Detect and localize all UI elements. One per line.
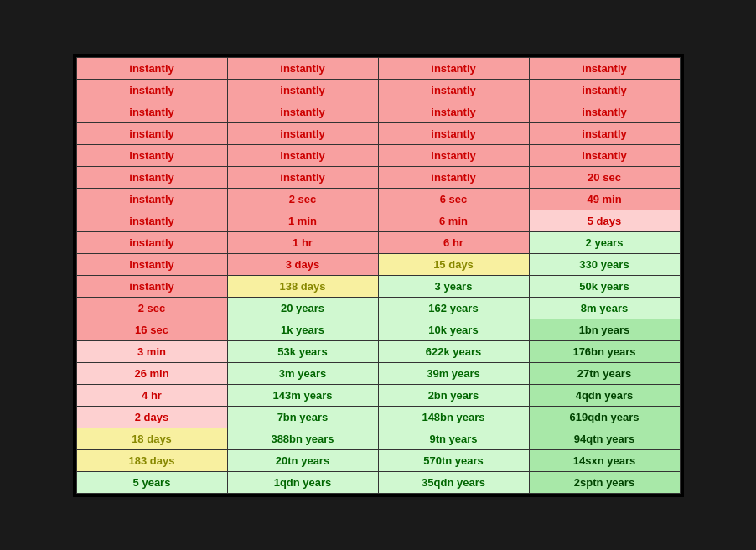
- table-cell: 3 min: [76, 340, 227, 362]
- table-cell: instantly: [227, 79, 378, 101]
- table-cell: instantly: [76, 166, 227, 188]
- table-cell: 39m years: [378, 362, 529, 384]
- table-cell: instantly: [378, 101, 529, 122]
- table-cell: 9tn years: [378, 428, 529, 449]
- table-cell: instantly: [76, 101, 227, 122]
- table-cell: instantly: [76, 144, 227, 166]
- table-cell: 5 years: [76, 471, 227, 493]
- table-cell: 148bn years: [378, 406, 529, 428]
- table-row: 4 hr143m years2bn years4qdn years: [76, 384, 680, 406]
- table-row: 3 min53k years622k years176bn years: [76, 340, 680, 362]
- table-cell: 570tn years: [378, 449, 529, 471]
- table-cell: 2 sec: [227, 188, 378, 210]
- table-row: instantlyinstantlyinstantlyinstantly: [76, 144, 680, 166]
- table-cell: instantly: [378, 79, 529, 101]
- table-cell: instantly: [76, 253, 227, 275]
- table-cell: 10k years: [378, 319, 529, 340]
- table-cell: instantly: [529, 79, 680, 101]
- main-container: instantlyinstantlyinstantlyinstantlyinst…: [73, 54, 684, 497]
- table-cell: instantly: [529, 144, 680, 166]
- table-row: instantlyinstantlyinstantlyinstantly: [76, 122, 680, 144]
- table-cell: 183 days: [76, 449, 227, 471]
- table-cell: 1qdn years: [227, 471, 378, 493]
- table-row: instantlyinstantlyinstantlyinstantly: [76, 57, 680, 79]
- table-cell: instantly: [76, 188, 227, 210]
- table-row: 18 days388bn years9tn years94qtn years: [76, 428, 680, 449]
- table-cell: 18 days: [76, 428, 227, 449]
- table-cell: 3 years: [378, 275, 529, 297]
- table-cell: 2 sec: [76, 297, 227, 319]
- table-row: instantlyinstantlyinstantlyinstantly: [76, 79, 680, 101]
- table-row: instantlyinstantlyinstantlyinstantly: [76, 101, 680, 122]
- table-cell: 2bn years: [378, 384, 529, 406]
- table-cell: 138 days: [227, 275, 378, 297]
- table-cell: instantly: [227, 166, 378, 188]
- table-cell: 15 days: [378, 253, 529, 275]
- table-cell: 5 days: [529, 210, 680, 231]
- table-cell: instantly: [76, 57, 227, 79]
- table-cell: 20tn years: [227, 449, 378, 471]
- table-cell: 330 years: [529, 253, 680, 275]
- table-cell: instantly: [227, 144, 378, 166]
- table-cell: 16 sec: [76, 319, 227, 340]
- table-cell: 4qdn years: [529, 384, 680, 406]
- table-cell: instantly: [76, 122, 227, 144]
- table-cell: 6 min: [378, 210, 529, 231]
- table-row: instantly138 days3 years50k years: [76, 275, 680, 297]
- table-row: instantly1 min6 min5 days: [76, 210, 680, 231]
- table-cell: 176bn years: [529, 340, 680, 362]
- table-cell: 26 min: [76, 362, 227, 384]
- table-cell: 53k years: [227, 340, 378, 362]
- table-cell: 27tn years: [529, 362, 680, 384]
- password-time-table: instantlyinstantlyinstantlyinstantlyinst…: [76, 57, 681, 494]
- table-cell: 50k years: [529, 275, 680, 297]
- table-cell: 94qtn years: [529, 428, 680, 449]
- table-cell: instantly: [529, 57, 680, 79]
- table-row: 2 days7bn years148bn years619qdn years: [76, 406, 680, 428]
- table-cell: 619qdn years: [529, 406, 680, 428]
- table-cell: 3 days: [227, 253, 378, 275]
- table-cell: instantly: [378, 57, 529, 79]
- table-row: 5 years1qdn years35qdn years2sptn years: [76, 471, 680, 493]
- table-cell: 4 hr: [76, 384, 227, 406]
- table-cell: 20 sec: [529, 166, 680, 188]
- table-cell: 622k years: [378, 340, 529, 362]
- table-cell: instantly: [227, 122, 378, 144]
- table-cell: instantly: [76, 79, 227, 101]
- table-cell: instantly: [378, 166, 529, 188]
- table-row: 2 sec20 years162 years8m years: [76, 297, 680, 319]
- table-cell: 49 min: [529, 188, 680, 210]
- table-cell: 1 min: [227, 210, 378, 231]
- table-cell: instantly: [76, 275, 227, 297]
- table-cell: 1k years: [227, 319, 378, 340]
- table-cell: 162 years: [378, 297, 529, 319]
- table-cell: instantly: [76, 210, 227, 231]
- table-row: instantly3 days15 days330 years: [76, 253, 680, 275]
- table-cell: 388bn years: [227, 428, 378, 449]
- table-cell: 143m years: [227, 384, 378, 406]
- table-cell: 2 days: [76, 406, 227, 428]
- table-cell: instantly: [227, 101, 378, 122]
- table-cell: 2sptn years: [529, 471, 680, 493]
- table-cell: 7bn years: [227, 406, 378, 428]
- table-cell: 6 hr: [378, 231, 529, 253]
- table-cell: 1bn years: [529, 319, 680, 340]
- table-row: instantlyinstantlyinstantly20 sec: [76, 166, 680, 188]
- table-cell: 3m years: [227, 362, 378, 384]
- table-cell: 35qdn years: [378, 471, 529, 493]
- table-cell: 14sxn years: [529, 449, 680, 471]
- table-cell: instantly: [529, 122, 680, 144]
- table-cell: instantly: [227, 57, 378, 79]
- table-cell: 8m years: [529, 297, 680, 319]
- table-row: instantly1 hr6 hr2 years: [76, 231, 680, 253]
- table-cell: 2 years: [529, 231, 680, 253]
- table-row: 183 days20tn years570tn years14sxn years: [76, 449, 680, 471]
- table-cell: instantly: [378, 144, 529, 166]
- table-row: 16 sec1k years10k years1bn years: [76, 319, 680, 340]
- table-cell: 6 sec: [378, 188, 529, 210]
- table-cell: instantly: [76, 231, 227, 253]
- table-cell: 1 hr: [227, 231, 378, 253]
- table-row: 26 min3m years39m years27tn years: [76, 362, 680, 384]
- table-cell: 20 years: [227, 297, 378, 319]
- table-cell: instantly: [529, 101, 680, 122]
